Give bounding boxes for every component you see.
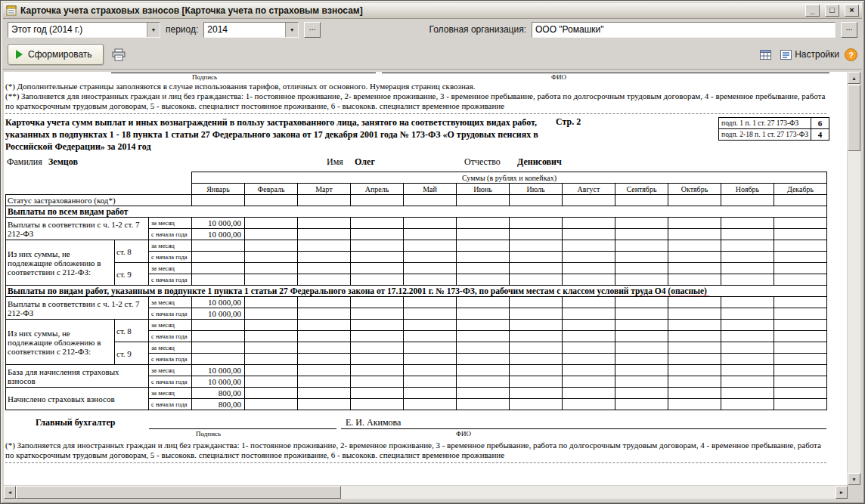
value-cell — [510, 229, 563, 240]
value-cell: 10 000,00 — [192, 297, 245, 308]
value-cell — [668, 342, 721, 354]
value-cell — [192, 195, 245, 206]
table-row: Начислено страховых взносов за месяц 800… — [6, 388, 827, 399]
org-more-button[interactable]: ... — [841, 22, 857, 38]
value-cell — [668, 240, 721, 252]
value-cell — [563, 331, 615, 342]
table-view-button[interactable] — [755, 45, 775, 64]
value-cell — [404, 252, 457, 263]
settings-button[interactable]: Настройки — [780, 49, 839, 60]
month-header: Март — [298, 184, 351, 195]
vertical-scrollbar[interactable]: ▲ ▼ — [848, 72, 860, 485]
value-cell — [457, 342, 510, 354]
horizontal-scroll-thumb[interactable] — [16, 486, 341, 499]
org-input[interactable] — [532, 22, 836, 38]
period-more-button[interactable]: ... — [304, 22, 321, 38]
chevron-down-icon[interactable]: ▼ — [285, 23, 298, 37]
value-cell — [457, 297, 510, 308]
print-button[interactable] — [109, 45, 129, 64]
value-cell — [192, 252, 245, 263]
value-cell — [245, 274, 298, 286]
period-preset-combo[interactable]: Этот год (2014 г.) ▼ — [8, 22, 160, 38]
value-cell — [245, 218, 298, 229]
scroll-track[interactable] — [341, 486, 836, 499]
value-cell — [457, 331, 510, 342]
value-cell — [245, 320, 298, 331]
value-cell — [351, 229, 404, 240]
middlename-value: Денисович — [517, 156, 562, 168]
value-cell — [245, 195, 298, 206]
value-cell — [563, 365, 615, 376]
generate-button[interactable]: Сформировать — [8, 44, 104, 65]
table-row: База для начисления страховых взносов за… — [6, 365, 827, 376]
value-cell — [245, 240, 298, 252]
value-cell — [721, 252, 774, 263]
minimize-button[interactable]: _ — [805, 5, 820, 17]
previous-page-signature-captions: Подпись ФИО — [5, 73, 845, 82]
art8-label: ст. 8 — [115, 320, 149, 342]
horizontal-scrollbar[interactable]: ◄ ► — [4, 486, 848, 499]
value-cell — [457, 376, 510, 388]
corner-spacer — [6, 172, 192, 184]
org-label: Головная организация: — [429, 24, 526, 35]
value-cell — [351, 399, 404, 410]
chief-accountant-label: Главный бухгалтер — [36, 417, 115, 428]
value-cell — [510, 297, 563, 308]
value-cell — [457, 218, 510, 229]
value-cell — [774, 320, 827, 331]
value-cell — [668, 229, 721, 240]
vertical-scroll-thumb[interactable] — [848, 85, 860, 151]
table-row: Из них суммы, не подлежащие обложению в … — [6, 240, 827, 252]
value-cell — [510, 399, 563, 410]
scroll-right-icon[interactable]: ► — [836, 486, 848, 499]
value-cell — [298, 218, 351, 229]
value-cell — [510, 342, 563, 354]
table-row: ст. 9 за месяц — [6, 342, 827, 354]
title-bar[interactable]: Карточка учета страховых взносов [Карточ… — [3, 3, 862, 19]
maximize-button[interactable]: □ — [825, 5, 839, 17]
art9-label: ст. 9 — [115, 263, 149, 286]
firstname-label: Имя — [327, 156, 343, 168]
value-cell — [457, 195, 510, 206]
scroll-left-icon[interactable]: ◄ — [4, 486, 16, 499]
period-year-combo[interactable]: 2014 ▼ — [203, 22, 299, 38]
value-cell — [563, 195, 615, 206]
month-header: Май — [404, 184, 457, 195]
value-cell — [510, 263, 563, 274]
subp1-label: подп. 1 п. 1 ст. 27 173-ФЗ — [719, 118, 811, 129]
ytd-label: с начала года — [149, 399, 192, 410]
value-cell — [351, 365, 404, 376]
printer-icon — [112, 48, 126, 61]
chevron-down-icon[interactable]: ▼ — [147, 23, 160, 37]
value-cell — [774, 342, 827, 354]
value-cell — [298, 388, 351, 399]
section-row: Выплаты по видам работ, указанным в подп… — [6, 286, 827, 297]
per-month-label: за месяц — [149, 240, 192, 252]
value-cell — [298, 308, 351, 320]
scroll-down-icon[interactable]: ▼ — [848, 473, 860, 485]
report-document[interactable]: Подпись ФИО (*) Дополнительные страницы … — [4, 72, 847, 485]
scroll-up-icon[interactable]: ▲ — [848, 72, 860, 84]
table-row: Выплаты в соответствии с ч. 1-2 ст. 7 21… — [6, 218, 827, 229]
value-cell — [615, 274, 668, 286]
value-cell — [351, 218, 404, 229]
value-cell — [563, 354, 615, 365]
value-cell — [510, 365, 563, 376]
value-cell — [721, 376, 774, 388]
middlename-label: Отчество — [464, 156, 501, 168]
value-cell — [774, 252, 827, 263]
accrued-label: Начислено страховых взносов — [6, 388, 149, 410]
value-cell — [774, 229, 827, 240]
generate-label: Сформировать — [28, 49, 92, 60]
page-break-separator — [5, 462, 826, 463]
value-cell — [351, 376, 404, 388]
month-header: Январь — [192, 184, 245, 195]
value-cell — [510, 376, 563, 388]
value-cell — [563, 229, 615, 240]
help-button[interactable]: ? — [845, 48, 857, 61]
close-button[interactable]: × — [845, 5, 859, 17]
signature-line — [149, 428, 336, 429]
base-label: База для начисления страховых взносов — [6, 365, 149, 388]
note-foreign-citizens-top: (**) Заполняется для иностранных граждан… — [5, 91, 826, 111]
value-cell — [298, 263, 351, 274]
